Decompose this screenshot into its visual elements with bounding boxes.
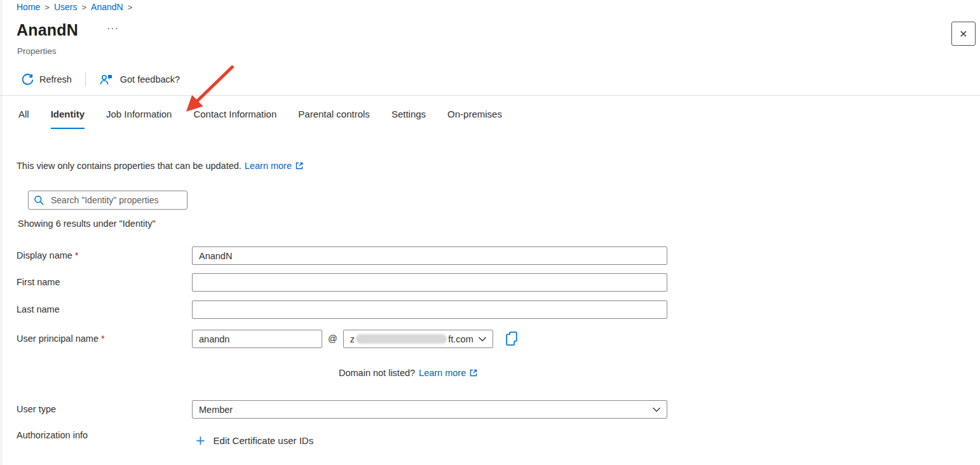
breadcrumb-users[interactable]: Users [54,2,78,12]
page-subtitle: Properties [17,46,57,56]
toolbar-separator [0,95,980,96]
external-link-icon [469,368,478,377]
command-bar: Refresh Got feedback? [22,69,180,90]
breadcrumb: Home > Users > AnandN > [17,2,132,12]
chevron-down-icon [478,336,487,342]
last-name-label: Last name [17,300,192,319]
properties-page: Home > Users > AnandN > AnandN ··· Prope… [0,0,980,465]
more-options-icon[interactable]: ··· [107,23,119,34]
redacted-domain-segment [356,334,447,344]
breadcrumb-home[interactable]: Home [17,2,40,12]
info-text: This view only contains properties that … [17,161,242,171]
feedback-label: Got feedback? [120,74,180,84]
required-asterisk: * [75,250,79,260]
refresh-icon [22,74,34,86]
learn-more-label: Learn more [245,161,292,171]
edit-certificate-user-ids-button[interactable]: + Edit Certificate user IDs [196,434,313,447]
label-text: Display name [17,250,72,260]
copy-button[interactable] [505,331,519,348]
search-icon [34,195,44,206]
feedback-person-icon [99,73,114,86]
upn-row: User principal name* @ z ft.com [17,330,519,348]
close-icon: × [960,26,967,41]
first-name-input[interactable] [192,273,667,292]
user-type-dropdown[interactable]: Member [192,400,667,419]
user-type-row: User type Member [17,400,667,419]
property-tabs: All Identity Job Information Contact Inf… [18,109,502,129]
breadcrumb-anandn[interactable]: AnandN [91,2,123,12]
edit-certificate-user-ids-label: Edit Certificate user IDs [214,435,314,446]
breadcrumb-separator-icon: > [82,3,87,12]
display-name-input[interactable] [192,246,667,265]
tab-job-information[interactable]: Job Information [106,109,172,129]
results-count: Showing 6 results under "Identity" [18,219,156,229]
last-name-row: Last name [17,300,667,319]
refresh-label: Refresh [39,74,72,84]
info-learn-more-link[interactable]: Learn more [245,161,304,171]
user-type-label: User type [17,400,192,419]
tab-contact-information[interactable]: Contact Information [193,109,276,129]
tab-on-premises[interactable]: On-premises [447,109,502,129]
search-box[interactable] [28,191,187,210]
copy-icon [505,331,519,346]
domain-prefix: z [350,334,355,344]
domain-note: Domain not listed? Learn more [339,368,478,378]
domain-suffix: ft.com [448,334,473,344]
first-name-label: First name [17,273,192,292]
upn-label: User principal name* [17,330,192,348]
left-edge-strip [0,0,3,465]
domain-note-text: Domain not listed? [339,368,415,378]
external-link-icon [295,161,304,170]
info-message: This view only contains properties that … [17,161,304,171]
display-name-label: Display name* [17,246,192,265]
learn-more-label: Learn more [419,368,466,378]
at-sign: @ [328,330,337,348]
tab-all[interactable]: All [18,109,29,129]
label-text: User principal name [17,334,99,344]
display-name-row: Display name* [17,246,667,265]
refresh-button[interactable]: Refresh [22,74,72,86]
tab-identity[interactable]: Identity [51,109,85,129]
page-title: AnandN [17,21,78,39]
close-button[interactable]: × [951,22,976,46]
domain-dropdown[interactable]: z ft.com [343,330,493,348]
upn-input[interactable] [192,330,322,348]
breadcrumb-separator-icon: > [128,3,133,12]
first-name-row: First name [17,273,667,292]
domain-learn-more-link[interactable]: Learn more [419,368,478,378]
authorization-label: Authorization info [17,429,192,441]
tab-parental-controls[interactable]: Parental controls [298,109,370,129]
authorization-row: Authorization info [17,429,192,441]
tab-settings[interactable]: Settings [391,109,426,129]
search-input[interactable] [51,195,182,205]
last-name-input[interactable] [192,300,667,319]
chevron-down-icon [652,407,661,412]
feedback-button[interactable]: Got feedback? [99,73,180,86]
user-type-value: Member [199,405,233,415]
toolbar-divider [85,72,86,86]
plus-icon: + [196,434,205,447]
required-asterisk: * [101,334,105,344]
breadcrumb-separator-icon: > [44,3,50,12]
